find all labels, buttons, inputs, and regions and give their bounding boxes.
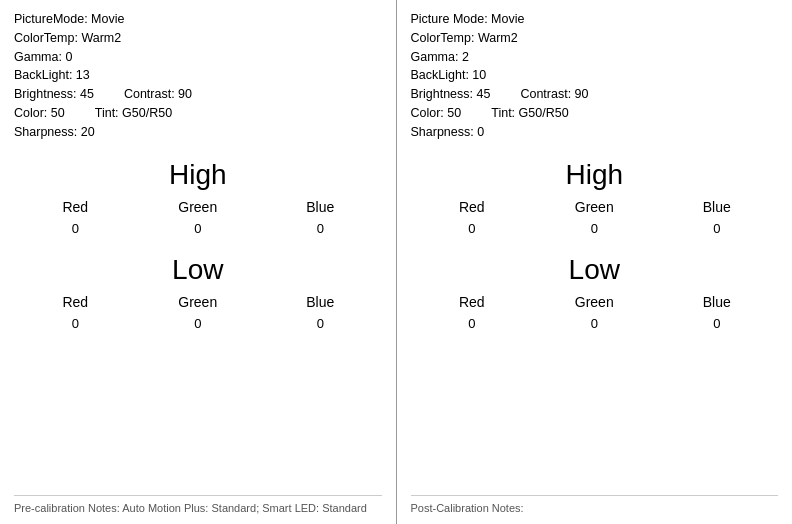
main-container: PictureMode: Movie ColorTemp: Warm2 Gamm… bbox=[0, 0, 792, 524]
left-brightness: Brightness: 45 bbox=[14, 85, 94, 104]
right-high-green-col: Green 0 bbox=[559, 199, 629, 236]
right-high-blue-label: Blue bbox=[703, 199, 731, 215]
left-notes: Pre-calibration Notes: Auto Motion Plus:… bbox=[14, 495, 382, 514]
right-color: Color: 50 bbox=[411, 104, 462, 123]
right-low-green-col: Green 0 bbox=[559, 294, 629, 331]
left-high-red-col: Red 0 bbox=[40, 199, 110, 236]
left-color-temp: ColorTemp: Warm2 bbox=[14, 29, 382, 48]
right-low-blue-value: 0 bbox=[713, 316, 720, 331]
right-picture-mode: Picture Mode: Movie bbox=[411, 10, 779, 29]
left-high-green-col: Green 0 bbox=[163, 199, 233, 236]
right-high-blue-col: Blue 0 bbox=[682, 199, 752, 236]
left-low-red-label: Red bbox=[62, 294, 88, 310]
left-tint: Tint: G50/R50 bbox=[95, 104, 172, 123]
right-low-title: Low bbox=[411, 254, 779, 286]
right-sharpness: Sharpness: 0 bbox=[411, 123, 779, 142]
left-low-rgb: Red 0 Green 0 Blue 0 bbox=[14, 294, 382, 331]
right-high-rgb: Red 0 Green 0 Blue 0 bbox=[411, 199, 779, 236]
left-low-blue-label: Blue bbox=[306, 294, 334, 310]
left-gamma: Gamma: 0 bbox=[14, 48, 382, 67]
left-low-green-col: Green 0 bbox=[163, 294, 233, 331]
left-low-green-label: Green bbox=[178, 294, 217, 310]
right-notes: Post-Calibration Notes: bbox=[411, 495, 779, 514]
right-low-red-value: 0 bbox=[468, 316, 475, 331]
right-contrast: Contrast: 90 bbox=[520, 85, 588, 104]
right-high-green-label: Green bbox=[575, 199, 614, 215]
left-high-red-value: 0 bbox=[72, 221, 79, 236]
left-high-blue-col: Blue 0 bbox=[285, 199, 355, 236]
right-low-blue-col: Blue 0 bbox=[682, 294, 752, 331]
left-high-green-value: 0 bbox=[194, 221, 201, 236]
left-low-blue-col: Blue 0 bbox=[285, 294, 355, 331]
left-low-blue-value: 0 bbox=[317, 316, 324, 331]
left-high-blue-value: 0 bbox=[317, 221, 324, 236]
right-gamma: Gamma: 2 bbox=[411, 48, 779, 67]
right-low-red-col: Red 0 bbox=[437, 294, 507, 331]
right-low-red-label: Red bbox=[459, 294, 485, 310]
right-high-green-value: 0 bbox=[591, 221, 598, 236]
right-high-red-value: 0 bbox=[468, 221, 475, 236]
right-tint: Tint: G50/R50 bbox=[491, 104, 568, 123]
right-low-rgb: Red 0 Green 0 Blue 0 bbox=[411, 294, 779, 331]
left-high-title: High bbox=[14, 159, 382, 191]
right-high-blue-value: 0 bbox=[713, 221, 720, 236]
left-low-green-value: 0 bbox=[194, 316, 201, 331]
left-sharpness: Sharpness: 20 bbox=[14, 123, 382, 142]
left-high-rgb: Red 0 Green 0 Blue 0 bbox=[14, 199, 382, 236]
left-high-blue-label: Blue bbox=[306, 199, 334, 215]
right-high-red-col: Red 0 bbox=[437, 199, 507, 236]
left-low-title: Low bbox=[14, 254, 382, 286]
right-brightness: Brightness: 45 bbox=[411, 85, 491, 104]
left-low-red-col: Red 0 bbox=[40, 294, 110, 331]
right-high-red-label: Red bbox=[459, 199, 485, 215]
left-contrast: Contrast: 90 bbox=[124, 85, 192, 104]
left-low-red-value: 0 bbox=[72, 316, 79, 331]
right-low-green-value: 0 bbox=[591, 316, 598, 331]
right-backlight: BackLight: 10 bbox=[411, 66, 779, 85]
right-low-blue-label: Blue bbox=[703, 294, 731, 310]
left-high-red-label: Red bbox=[62, 199, 88, 215]
left-info: PictureMode: Movie ColorTemp: Warm2 Gamm… bbox=[14, 10, 382, 141]
right-panel: Picture Mode: Movie ColorTemp: Warm2 Gam… bbox=[397, 0, 793, 524]
left-picture-mode: PictureMode: Movie bbox=[14, 10, 382, 29]
left-color: Color: 50 bbox=[14, 104, 65, 123]
left-backlight: BackLight: 13 bbox=[14, 66, 382, 85]
right-color-temp: ColorTemp: Warm2 bbox=[411, 29, 779, 48]
right-low-green-label: Green bbox=[575, 294, 614, 310]
left-panel: PictureMode: Movie ColorTemp: Warm2 Gamm… bbox=[0, 0, 397, 524]
right-high-title: High bbox=[411, 159, 779, 191]
left-high-green-label: Green bbox=[178, 199, 217, 215]
right-info: Picture Mode: Movie ColorTemp: Warm2 Gam… bbox=[411, 10, 779, 141]
